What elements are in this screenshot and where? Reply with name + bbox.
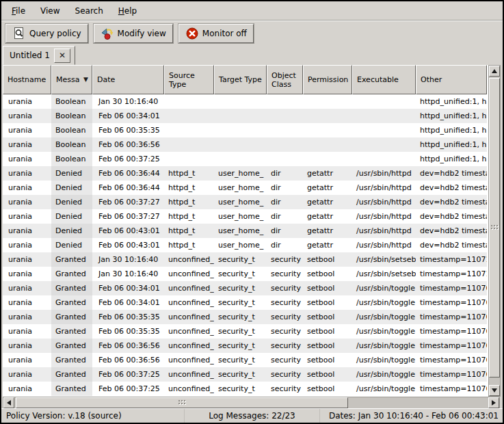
cell-hostname: urania	[3, 109, 51, 123]
cell-other: httpd_unified:1, h	[416, 137, 487, 152]
modify-view-button[interactable]: Modify view	[94, 24, 173, 43]
status-bar: Policy Version: v.18 (source) Log Messag…	[1, 408, 503, 423]
cell-target_type: security_t	[214, 252, 267, 267]
column-header-message[interactable]: Messa▼	[51, 65, 92, 94]
cell-other: timestamp=11076	[416, 367, 487, 382]
column-header-source_type[interactable]: Source Type	[164, 65, 214, 94]
cell-message: Denied	[51, 238, 92, 252]
cell-other: timestamp=11076	[416, 339, 487, 353]
column-header-other[interactable]: Other	[416, 65, 487, 94]
tab-untitled-1[interactable]: Untitled 1 ✕	[3, 46, 75, 65]
column-header-permission[interactable]: Permission	[303, 65, 352, 94]
log-table: HostnameMessa▼DateSource TypeTarget Type…	[3, 65, 500, 397]
table-row[interactable]: uraniaGrantedFeb 06 00:36:56unconfined_s…	[3, 339, 487, 353]
query-policy-label: Query policy	[29, 29, 81, 38]
cell-hostname: urania	[3, 367, 51, 382]
cell-permission: setbool	[303, 295, 352, 310]
status-dates: Dates: Jan 30 10:16:40 - Feb 06 00:43:01	[320, 409, 503, 423]
table-row[interactable]: uraniaGrantedFeb 06 00:34:01unconfined_s…	[3, 295, 487, 310]
vertical-scrollbar[interactable]	[488, 65, 501, 397]
table-row[interactable]: uraniaGrantedJan 30 10:16:40unconfined_s…	[3, 252, 487, 267]
horizontal-scrollbar[interactable]	[3, 397, 500, 409]
column-header-target_type[interactable]: Target Type	[214, 65, 267, 94]
table-row[interactable]: uraniaGrantedFeb 06 00:36:56unconfined_s…	[3, 353, 487, 367]
cell-object_class: security	[267, 353, 303, 367]
scroll-right-button[interactable]	[488, 397, 499, 408]
table-row[interactable]: uraniaBooleanFeb 06 00:34:01httpd_unifie…	[3, 109, 487, 123]
arrow-up-icon	[492, 69, 497, 73]
cell-object_class: dir	[267, 195, 303, 209]
cell-hostname: urania	[3, 267, 51, 281]
cell-executable: /usr/sbin/toggle	[352, 353, 416, 367]
scroll-up-button[interactable]	[489, 66, 500, 77]
menu-file[interactable]: File	[4, 3, 33, 18]
table-row[interactable]: uraniaBooleanFeb 06 00:36:56httpd_unifie…	[3, 137, 487, 152]
vertical-scroll-thumb[interactable]	[489, 78, 500, 377]
cell-source_type: unconfined_	[164, 267, 214, 281]
table-row[interactable]: uraniaGrantedJan 30 10:16:40unconfined_s…	[3, 267, 487, 281]
cell-permission: getattr	[303, 195, 352, 209]
cell-executable	[352, 123, 416, 137]
cell-object_class	[267, 123, 303, 137]
horizontal-scroll-thumb[interactable]	[16, 397, 348, 408]
cell-target_type: user_home_	[214, 209, 267, 224]
table-row[interactable]: uraniaDeniedFeb 06 00:43:01httpd_tuser_h…	[3, 238, 487, 252]
table-row[interactable]: uraniaDeniedFeb 06 00:36:44httpd_tuser_h…	[3, 166, 487, 181]
modify-view-icon	[101, 27, 114, 40]
table-row[interactable]: uraniaDeniedFeb 06 00:37:27httpd_tuser_h…	[3, 195, 487, 209]
sort-descending-icon: ▼	[81, 75, 88, 84]
cell-source_type: httpd_t	[164, 224, 214, 238]
column-header-executable[interactable]: Executable	[352, 65, 416, 94]
cell-object_class	[267, 94, 303, 109]
cell-date: Feb 06 00:34:01	[92, 109, 164, 123]
cell-date: Feb 06 00:34:01	[92, 295, 164, 310]
scroll-left-button[interactable]	[3, 397, 14, 408]
table-row[interactable]: uraniaDeniedFeb 06 00:43:01httpd_tuser_h…	[3, 224, 487, 238]
cell-date: Feb 06 00:35:35	[92, 123, 164, 137]
cell-message: Denied	[51, 209, 92, 224]
table-row[interactable]: uraniaDeniedFeb 06 00:37:27httpd_tuser_h…	[3, 209, 487, 224]
column-header-hostname[interactable]: Hostname	[3, 65, 51, 94]
cell-object_class: security	[267, 295, 303, 310]
cell-target_type	[214, 109, 267, 123]
column-header-label: Messa	[56, 75, 79, 84]
table-row[interactable]: uraniaGrantedFeb 06 00:37:25unconfined_s…	[3, 367, 487, 382]
status-log-messages: Log Messages: 22/23	[185, 409, 320, 423]
cell-target_type: security_t	[214, 353, 267, 367]
table-row[interactable]: uraniaGrantedFeb 06 00:35:35unconfined_s…	[3, 324, 487, 339]
table-row[interactable]: uraniaBooleanFeb 06 00:35:35httpd_unifie…	[3, 123, 487, 137]
cell-message: Boolean	[51, 152, 92, 166]
cell-source_type: unconfined_	[164, 353, 214, 367]
cell-permission: getattr	[303, 181, 352, 195]
table-row[interactable]: uraniaBooleanJan 30 10:16:40httpd_unifie…	[3, 94, 487, 109]
monitor-off-button[interactable]: Monitor off	[178, 24, 254, 43]
cell-message: Granted	[51, 324, 92, 339]
cell-other: httpd_unified:1, h	[416, 94, 487, 109]
menu-search[interactable]: Search	[68, 3, 111, 18]
menu-view[interactable]: View	[33, 3, 67, 18]
table-row[interactable]: uraniaBooleanFeb 06 00:37:25httpd_unifie…	[3, 152, 487, 166]
column-header-date[interactable]: Date	[92, 65, 164, 94]
cell-permission: getattr	[303, 238, 352, 252]
cell-permission: getattr	[303, 224, 352, 238]
cell-other: timestamp=11076	[416, 382, 487, 396]
table-row[interactable]: uraniaGrantedFeb 06 00:37:25unconfined_s…	[3, 382, 487, 396]
tab-close-button[interactable]: ✕	[54, 49, 70, 63]
table-row[interactable]: uraniaGrantedFeb 06 00:34:01unconfined_s…	[3, 281, 487, 295]
table-row[interactable]: uraniaDeniedFeb 06 00:36:44httpd_tuser_h…	[3, 181, 487, 195]
table-header: HostnameMessa▼DateSource TypeTarget Type…	[3, 65, 487, 94]
status-policy-version: Policy Version: v.18 (source)	[1, 409, 185, 423]
query-policy-button[interactable]: Query policy	[5, 24, 88, 43]
cell-message: Granted	[51, 382, 92, 396]
scroll-down-button[interactable]	[489, 385, 500, 396]
column-header-label: Executable	[357, 75, 399, 84]
table-row[interactable]: uraniaGrantedFeb 06 00:35:35unconfined_s…	[3, 310, 487, 324]
menu-help[interactable]: Help	[111, 3, 144, 18]
column-header-object_class[interactable]: Object Class	[267, 65, 303, 94]
cell-source_type	[164, 137, 214, 152]
cell-message: Granted	[51, 353, 92, 367]
cell-date: Feb 06 00:34:01	[92, 281, 164, 295]
cell-target_type: user_home_	[214, 195, 267, 209]
cell-target_type: security_t	[214, 367, 267, 382]
cell-executable: /usr/sbin/toggle	[352, 310, 416, 324]
